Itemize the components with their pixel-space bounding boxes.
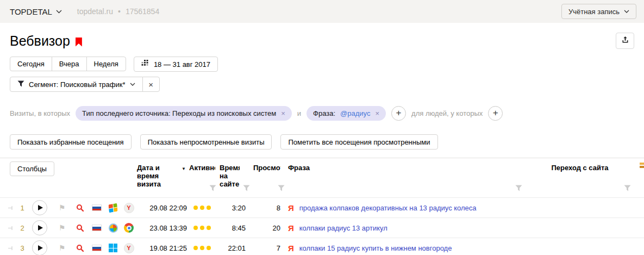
add-people-condition-button[interactable]: + <box>488 106 503 121</box>
yandex-icon: Я <box>288 223 294 233</box>
favorite-flag-icon[interactable]: ⚑ <box>52 223 72 232</box>
chrome-icon <box>121 223 137 233</box>
yandex-browser-icon: Y <box>121 243 137 253</box>
play-visit-button[interactable] <box>32 200 47 215</box>
counter-switcher[interactable]: TOPDETAL <box>10 7 62 16</box>
play-visit-button[interactable] <box>32 240 47 255</box>
yandex-search-icon <box>72 204 88 212</box>
export-icon <box>621 36 629 46</box>
pin-icon[interactable] <box>4 246 17 251</box>
column-filter-icon[interactable] <box>209 185 216 193</box>
dot-separator: • <box>118 7 121 16</box>
chevron-down-icon <box>56 10 62 14</box>
date-range-label: 18 — 31 авг 2017 <box>154 60 210 69</box>
table-row[interactable]: 2 ⚑ 23.08 13:39 8:45 20 Я колпаки радиус… <box>0 217 644 238</box>
export-button[interactable] <box>616 33 634 49</box>
views-count: 7 <box>253 244 288 252</box>
column-header-views[interactable]: Просмотры <box>253 158 288 197</box>
activity-dots <box>189 246 220 250</box>
show-favorites-button[interactable]: Показать избранные посещения <box>10 134 132 150</box>
sort-descending-icon[interactable]: ▼ <box>182 165 186 173</box>
visit-datetime: 23.08 13:39 <box>137 224 189 232</box>
segment-close-button[interactable]: × <box>142 77 160 92</box>
visits-condition-label: Визиты, в которых <box>10 109 70 117</box>
table-row[interactable]: 1 ⚑ Y 29.08 22:09 3:20 8 Я продажа колпа… <box>0 197 644 217</box>
play-icon <box>38 225 43 231</box>
yandex-search-icon <box>72 224 88 232</box>
period-selector: Сегодня Вчера Неделя 18 — 31 авг 2017 <box>10 57 634 72</box>
remove-chip-icon[interactable]: × <box>281 109 285 117</box>
russia-flag-icon <box>88 225 105 231</box>
period-week-button[interactable]: Неделя <box>86 57 126 71</box>
row-number: 2 <box>17 224 27 232</box>
column-header-time-on-site[interactable]: Время на сайте <box>220 158 253 197</box>
visit-datetime: 29.08 22:09 <box>137 204 189 212</box>
remove-chip-icon[interactable]: × <box>375 109 379 117</box>
visit-datetime: 19.08 21:25 <box>137 244 189 252</box>
topbar: TOPDETAL topdetal.ru • 17561854 Учётная … <box>0 0 644 23</box>
mark-all-viewed-button[interactable]: Пометить все посещения просмотренными <box>280 134 437 150</box>
date-range-button[interactable]: 18 — 31 авг 2017 <box>134 57 218 72</box>
pin-icon[interactable] <box>4 226 17 231</box>
filter-row: Визиты, в которых Тип последнего источни… <box>10 106 634 121</box>
show-unviewed-button[interactable]: Показать непросмотренные визиты <box>140 134 272 150</box>
search-phrase-link[interactable]: колпаки 15 радиус купить в нижнем новгор… <box>299 244 452 252</box>
play-icon <box>38 245 43 251</box>
period-presets: Сегодня Вчера Неделя <box>10 57 126 72</box>
favorite-flag-icon[interactable]: ⚑ <box>52 244 72 252</box>
account-button-label: Учётная запись <box>568 8 620 16</box>
views-count: 20 <box>253 224 288 232</box>
column-filter-icon[interactable] <box>515 185 522 193</box>
views-count: 8 <box>253 204 288 212</box>
columns-button[interactable]: Столбцы <box>10 161 54 176</box>
counter-id: 17561854 <box>126 7 159 16</box>
segment-row: Сегмент: Поисковый трафик* × <box>10 77 634 92</box>
column-header-activity[interactable]: Активность <box>189 158 220 197</box>
column-header-datetime[interactable]: Дата и время визита ▼ <box>137 158 189 197</box>
table-row[interactable]: 3 ⚑ Y 19.08 21:25 22:01 7 Я колпаки 15 р… <box>0 238 644 255</box>
russia-flag-icon <box>88 204 105 211</box>
segment-button[interactable]: Сегмент: Поисковый трафик* <box>10 77 143 92</box>
table-header: Столбцы Дата и время визита ▼ Активность… <box>0 158 644 197</box>
yandex-icon: Я <box>288 244 294 253</box>
filter-chip-phrase[interactable]: Фраза: @радиус × <box>307 106 386 121</box>
play-visit-button[interactable] <box>32 220 47 235</box>
favorite-flag-icon[interactable]: ⚑ <box>52 203 72 212</box>
filter-chip-source[interactable]: Тип последнего источника: Переходы из по… <box>76 106 292 121</box>
yandex-icon: Я <box>288 203 294 213</box>
row-number: 1 <box>17 204 27 212</box>
title-row: Вебвизор <box>10 31 634 51</box>
add-visit-condition-button[interactable]: + <box>391 106 406 121</box>
chevron-down-icon <box>624 10 629 13</box>
activity-dots <box>189 206 220 210</box>
time-on-site: 8:45 <box>220 224 253 232</box>
filter-chip-phrase-prefix: Фраза: <box>313 109 335 117</box>
period-yesterday-button[interactable]: Вчера <box>52 57 87 71</box>
pin-icon[interactable] <box>4 206 17 210</box>
site-info: topdetal.ru • 17561854 <box>77 7 159 16</box>
filter-chip-source-label: Тип последнего источника: Переходы из по… <box>82 109 276 117</box>
yandex-browser-icon: Y <box>121 203 137 213</box>
clipped-column-fragment <box>640 163 644 169</box>
chevron-down-icon <box>130 83 135 86</box>
filter-funnel-icon <box>17 80 24 89</box>
and-label: и <box>297 109 301 117</box>
search-phrase-link[interactable]: продажа колпаков декоративных на 13 ради… <box>299 204 477 212</box>
windows-10-icon <box>105 244 121 252</box>
people-condition-label: для людей, у которых <box>411 109 483 117</box>
windows-xp-icon <box>105 204 121 212</box>
column-filter-icon[interactable] <box>278 185 285 193</box>
column-filter-icon[interactable] <box>243 185 250 193</box>
row-number: 3 <box>17 244 27 252</box>
period-today-button[interactable]: Сегодня <box>10 57 52 71</box>
actions-row: Показать избранные посещения Показать не… <box>10 134 634 150</box>
column-header-phrase[interactable]: Фраза <box>288 158 526 197</box>
filter-chip-phrase-value[interactable]: @радиус <box>340 109 370 117</box>
bookmark-icon[interactable] <box>76 38 82 47</box>
search-phrase-link[interactable]: колпаки радиус 13 артикул <box>299 224 387 232</box>
windows-7-icon <box>105 223 121 233</box>
column-header-referrer[interactable]: Переход с сайта <box>526 158 634 197</box>
column-filter-icon[interactable] <box>624 185 631 193</box>
account-button[interactable]: Учётная запись <box>561 4 636 19</box>
site-domain: topdetal.ru <box>77 7 113 16</box>
